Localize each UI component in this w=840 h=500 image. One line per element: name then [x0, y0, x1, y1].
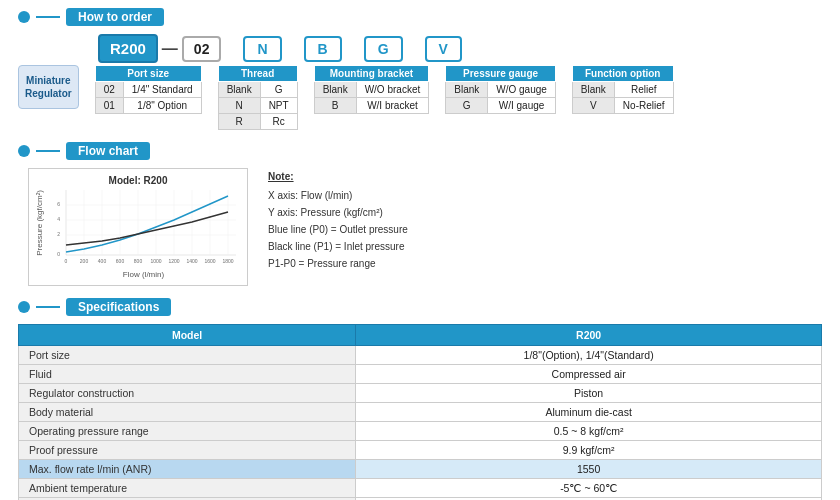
function-table: Function option Blank Relief V No-Relief — [572, 65, 674, 114]
bracket-code-1: Blank — [314, 82, 356, 98]
spec-value-flow: 1550 — [356, 460, 822, 479]
thread-table: Thread Blank G N NPT R Rc — [218, 65, 298, 130]
section-line — [36, 16, 60, 18]
note-line-4: Black line (P1) = Inlet pressure — [268, 238, 408, 255]
function-desc-1: Relief — [614, 82, 673, 98]
x-axis-label: Flow (l/min) — [46, 270, 241, 279]
specs-table: Model R200 Port size 1/8"(Option), 1/4"(… — [18, 324, 822, 500]
svg-text:1400: 1400 — [186, 258, 197, 264]
howto-header: How to order — [18, 8, 822, 26]
port-size-table: Port size 02 1/4" Standard 01 1/8" Optio… — [95, 65, 202, 114]
table-row: Body material Aluminum die-cast — [19, 403, 822, 422]
svg-text:0: 0 — [57, 251, 60, 257]
bracket-header: Mounting bracket — [314, 66, 429, 82]
thread-header: Thread — [218, 66, 297, 82]
howto-title: How to order — [66, 8, 164, 26]
y-axis-label: Pressure (kgf/cm²) — [35, 190, 44, 256]
dash-separator: — — [160, 40, 180, 58]
port-code-2: 01 — [95, 98, 123, 114]
function-code-2: V — [572, 98, 614, 114]
svg-text:2: 2 — [57, 231, 60, 237]
spec-label-fluid: Fluid — [19, 365, 356, 384]
table-row: R Rc — [218, 114, 297, 130]
table-row: G W/I gauge — [446, 98, 556, 114]
flowchart-section: Flow chart Model: R200 Pressure (kgf/cm²… — [18, 142, 822, 286]
chart-note: Note: X axis: Flow (l/min) Y axis: Press… — [268, 168, 408, 272]
table-row: Port size 1/8"(Option), 1/4"(Standard) — [19, 346, 822, 365]
function-code: V — [425, 36, 462, 62]
flowchart-title: Flow chart — [66, 142, 150, 160]
mini-regulator-label: MiniatureRegulator — [18, 65, 79, 109]
table-row: 02 1/4" Standard — [95, 82, 201, 98]
spec-label-pressure-range: Operating pressure range — [19, 422, 356, 441]
howto-section: How to order R200 — 02 N B G — [18, 8, 822, 130]
spec-label-flow: Max. flow rate l/min (ANR) — [19, 460, 356, 479]
specs-col-value: R200 — [356, 325, 822, 346]
port-code: 02 — [182, 36, 222, 62]
svg-text:1000: 1000 — [150, 258, 161, 264]
specs-header: Specifications — [18, 298, 822, 316]
svg-text:800: 800 — [134, 258, 143, 264]
svg-text:0: 0 — [65, 258, 68, 264]
port-desc-1: 1/4" Standard — [123, 82, 201, 98]
spec-label-construction: Regulator construction — [19, 384, 356, 403]
gauge-code: G — [364, 36, 403, 62]
svg-text:1200: 1200 — [168, 258, 179, 264]
table-row: V No-Relief — [572, 98, 673, 114]
bracket-code: B — [304, 36, 342, 62]
note-line-1: X axis: Flow (l/min) — [268, 187, 408, 204]
bracket-desc-1: W/O bracket — [356, 82, 429, 98]
spec-value-temp: -5℃ ~ 60℃ — [356, 479, 822, 498]
port-size-header: Port size — [95, 66, 201, 82]
specs-section: Specifications Model R200 Port size 1/8"… — [18, 298, 822, 500]
table-row: Proof pressure 9.9 kgf/cm² — [19, 441, 822, 460]
svg-text:1800: 1800 — [222, 258, 233, 264]
spec-label-body: Body material — [19, 403, 356, 422]
table-row: Regulator construction Piston — [19, 384, 822, 403]
thread-desc-1: G — [260, 82, 297, 98]
flow-chart-svg: 0 2 4 6 0 200 400 600 — [46, 190, 236, 270]
table-row: Ambient temperature -5℃ ~ 60℃ — [19, 479, 822, 498]
spec-label-port: Port size — [19, 346, 356, 365]
flowchart-header: Flow chart — [18, 142, 822, 160]
page: How to order R200 — 02 N B G — [0, 0, 840, 500]
gauge-code-2: G — [446, 98, 488, 114]
thread-code-3: R — [218, 114, 260, 130]
svg-text:6: 6 — [57, 201, 60, 207]
table-row: Blank W/O gauge — [446, 82, 556, 98]
table-row: Fluid Compressed air — [19, 365, 822, 384]
spec-value-construction: Piston — [356, 384, 822, 403]
spec-value-fluid: Compressed air — [356, 365, 822, 384]
spec-label-proof: Proof pressure — [19, 441, 356, 460]
thread-desc-2: NPT — [260, 98, 297, 114]
specs-col-model: Model — [19, 325, 356, 346]
table-row: B W/I bracket — [314, 98, 429, 114]
section-line-2 — [36, 150, 60, 152]
bracket-desc-2: W/I bracket — [356, 98, 429, 114]
thread-code-2: N — [218, 98, 260, 114]
chart-area: Model: R200 Pressure (kgf/cm²) — [28, 168, 248, 286]
spec-value-port: 1/8"(Option), 1/4"(Standard) — [356, 346, 822, 365]
section-dot-3 — [18, 301, 30, 313]
bracket-table: Mounting bracket Blank W/O bracket B W/I… — [314, 65, 430, 114]
gauge-code-1: Blank — [446, 82, 488, 98]
table-row: Blank W/O bracket — [314, 82, 429, 98]
function-desc-2: No-Relief — [614, 98, 673, 114]
gauge-header: Pressure gauge — [446, 66, 556, 82]
spec-value-proof: 9.9 kgf/cm² — [356, 441, 822, 460]
svg-text:1600: 1600 — [204, 258, 215, 264]
spec-label-temp: Ambient temperature — [19, 479, 356, 498]
thread-code-1: Blank — [218, 82, 260, 98]
port-code-1: 02 — [95, 82, 123, 98]
section-dot — [18, 11, 30, 23]
port-desc-2: 1/8" Option — [123, 98, 201, 114]
flowchart-content: Model: R200 Pressure (kgf/cm²) — [28, 168, 822, 286]
table-row: Operating pressure range 0.5 ~ 8 kgf/cm² — [19, 422, 822, 441]
note-line-5: P1-P0 = Pressure range — [268, 255, 408, 272]
note-title: Note: — [268, 168, 408, 185]
function-header: Function option — [572, 66, 673, 82]
model-code: R200 — [98, 34, 158, 63]
thread-desc-3: Rc — [260, 114, 297, 130]
svg-text:600: 600 — [116, 258, 125, 264]
table-row: Blank Relief — [572, 82, 673, 98]
